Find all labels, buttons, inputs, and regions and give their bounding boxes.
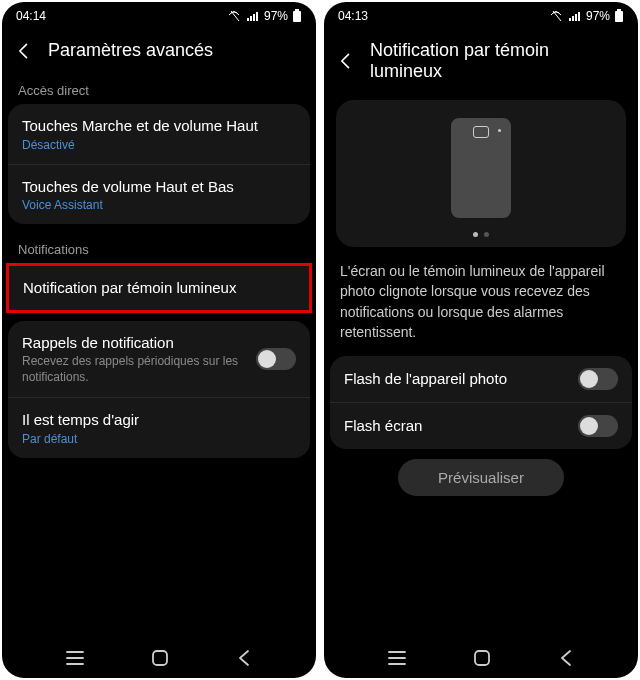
battery-percent: 97% bbox=[264, 9, 288, 23]
item-subtitle: Par défaut bbox=[22, 432, 296, 446]
signal-icon bbox=[246, 11, 260, 22]
status-time: 04:13 bbox=[338, 9, 368, 23]
battery-icon bbox=[614, 9, 624, 23]
status-icons: 97% bbox=[550, 9, 624, 23]
home-icon[interactable] bbox=[150, 648, 170, 668]
section-direct-access: Accès direct bbox=[4, 75, 314, 104]
svg-rect-4 bbox=[617, 9, 621, 11]
header: Paramètres avancés bbox=[2, 30, 316, 75]
status-time: 04:14 bbox=[16, 9, 46, 23]
toggle-camera-flash[interactable] bbox=[578, 368, 618, 390]
content-area: Accès direct Touches Marche et de volume… bbox=[2, 75, 316, 638]
item-time-to-act[interactable]: Il est temps d'agir Par défaut bbox=[8, 397, 310, 458]
vibrate-icon bbox=[550, 10, 564, 22]
back-icon[interactable] bbox=[14, 41, 34, 61]
header: Notification par témoin lumineux bbox=[324, 30, 638, 96]
battery-percent: 97% bbox=[586, 9, 610, 23]
item-title: Touches Marche et de volume Haut bbox=[22, 116, 296, 136]
svg-rect-3 bbox=[615, 11, 623, 22]
highlighted-item: Notification par témoin lumineux bbox=[6, 263, 312, 313]
page-dots bbox=[473, 232, 489, 237]
vibrate-icon bbox=[228, 10, 242, 22]
item-title: Il est temps d'agir bbox=[22, 410, 296, 430]
item-subtitle: Voice Assistant bbox=[22, 198, 296, 212]
description-text: L'écran ou le témoin lumineux de l'appar… bbox=[326, 257, 636, 356]
item-title: Notification par témoin lumineux bbox=[23, 278, 295, 298]
svg-rect-0 bbox=[293, 11, 301, 22]
item-title: Touches de volume Haut et Bas bbox=[22, 177, 296, 197]
preview-button[interactable]: Prévisualiser bbox=[398, 459, 564, 496]
phone-left: 04:14 97% Paramètres avancés Accès direc… bbox=[2, 2, 316, 678]
item-subtitle: Recevez des rappels périodiques sur les … bbox=[22, 354, 246, 385]
card-flash-options: Flash de l'appareil photo Flash écran bbox=[330, 356, 632, 449]
card-direct-access: Touches Marche et de volume Haut Désacti… bbox=[8, 104, 310, 224]
dot-2[interactable] bbox=[484, 232, 489, 237]
nav-bar bbox=[2, 638, 316, 678]
phone-right: 04:13 97% Notification par témoin lumine… bbox=[324, 2, 638, 678]
svg-rect-1 bbox=[295, 9, 299, 11]
section-notifications: Notifications bbox=[4, 234, 314, 263]
status-bar: 04:14 97% bbox=[2, 2, 316, 30]
content-area: L'écran ou le témoin lumineux de l'appar… bbox=[324, 96, 638, 638]
svg-rect-5 bbox=[475, 651, 489, 665]
item-power-volume-up[interactable]: Touches Marche et de volume Haut Désacti… bbox=[8, 104, 310, 164]
item-title: Flash écran bbox=[344, 416, 422, 436]
page-title: Paramètres avancés bbox=[48, 40, 213, 61]
back-nav-icon[interactable] bbox=[557, 649, 575, 667]
back-nav-icon[interactable] bbox=[235, 649, 253, 667]
preview-illustration bbox=[336, 100, 626, 247]
page-title: Notification par témoin lumineux bbox=[370, 40, 626, 82]
item-subtitle: Désactivé bbox=[22, 138, 296, 152]
dot-1[interactable] bbox=[473, 232, 478, 237]
back-icon[interactable] bbox=[336, 51, 356, 71]
item-title: Rappels de notification bbox=[22, 333, 246, 353]
status-icons: 97% bbox=[228, 9, 302, 23]
card-notifications: Rappels de notification Recevez des rapp… bbox=[8, 321, 310, 458]
phone-illustration bbox=[451, 118, 511, 218]
item-notification-reminder[interactable]: Rappels de notification Recevez des rapp… bbox=[8, 321, 310, 398]
toggle-reminder[interactable] bbox=[256, 348, 296, 370]
item-volume-up-down[interactable]: Touches de volume Haut et Bas Voice Assi… bbox=[8, 164, 310, 225]
status-bar: 04:13 97% bbox=[324, 2, 638, 30]
recent-apps-icon[interactable] bbox=[387, 650, 407, 666]
signal-icon bbox=[568, 11, 582, 22]
nav-bar bbox=[324, 638, 638, 678]
item-screen-flash[interactable]: Flash écran bbox=[330, 402, 632, 449]
home-icon[interactable] bbox=[472, 648, 492, 668]
svg-rect-2 bbox=[153, 651, 167, 665]
toggle-screen-flash[interactable] bbox=[578, 415, 618, 437]
battery-icon bbox=[292, 9, 302, 23]
item-title: Flash de l'appareil photo bbox=[344, 369, 507, 389]
recent-apps-icon[interactable] bbox=[65, 650, 85, 666]
item-camera-flash[interactable]: Flash de l'appareil photo bbox=[330, 356, 632, 402]
item-flash-notification[interactable]: Notification par témoin lumineux bbox=[9, 266, 309, 310]
